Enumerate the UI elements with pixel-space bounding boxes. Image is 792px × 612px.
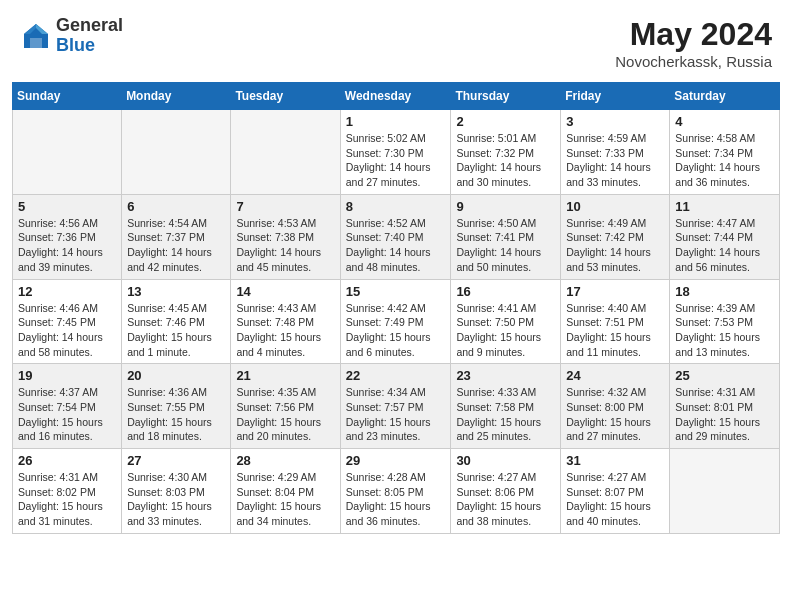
day-number: 18 xyxy=(675,284,774,299)
day-number: 24 xyxy=(566,368,664,383)
logo-general-text: General xyxy=(56,16,123,36)
day-info: Sunrise: 4:32 AM Sunset: 8:00 PM Dayligh… xyxy=(566,385,664,444)
day-info: Sunrise: 4:56 AM Sunset: 7:36 PM Dayligh… xyxy=(18,216,116,275)
day-number: 31 xyxy=(566,453,664,468)
day-of-week-header: Thursday xyxy=(451,83,561,110)
day-of-week-header: Friday xyxy=(561,83,670,110)
day-info: Sunrise: 4:59 AM Sunset: 7:33 PM Dayligh… xyxy=(566,131,664,190)
day-number: 30 xyxy=(456,453,555,468)
day-info: Sunrise: 4:52 AM Sunset: 7:40 PM Dayligh… xyxy=(346,216,446,275)
calendar-cell: 21Sunrise: 4:35 AM Sunset: 7:56 PM Dayli… xyxy=(231,364,340,449)
day-info: Sunrise: 4:28 AM Sunset: 8:05 PM Dayligh… xyxy=(346,470,446,529)
calendar-cell: 24Sunrise: 4:32 AM Sunset: 8:00 PM Dayli… xyxy=(561,364,670,449)
header: General Blue May 2024 Novocherkassk, Rus… xyxy=(0,0,792,78)
day-number: 28 xyxy=(236,453,334,468)
day-number: 25 xyxy=(675,368,774,383)
day-number: 11 xyxy=(675,199,774,214)
title-block: May 2024 Novocherkassk, Russia xyxy=(615,16,772,70)
day-number: 12 xyxy=(18,284,116,299)
calendar-cell: 20Sunrise: 4:36 AM Sunset: 7:55 PM Dayli… xyxy=(122,364,231,449)
day-number: 4 xyxy=(675,114,774,129)
day-number: 7 xyxy=(236,199,334,214)
calendar-cell xyxy=(13,110,122,195)
logo-icon xyxy=(20,20,52,52)
logo: General Blue xyxy=(20,16,123,56)
calendar-table: SundayMondayTuesdayWednesdayThursdayFrid… xyxy=(12,82,780,534)
calendar-cell: 2Sunrise: 5:01 AM Sunset: 7:32 PM Daylig… xyxy=(451,110,561,195)
day-info: Sunrise: 4:33 AM Sunset: 7:58 PM Dayligh… xyxy=(456,385,555,444)
day-number: 29 xyxy=(346,453,446,468)
day-of-week-header: Wednesday xyxy=(340,83,451,110)
day-info: Sunrise: 4:35 AM Sunset: 7:56 PM Dayligh… xyxy=(236,385,334,444)
day-info: Sunrise: 4:27 AM Sunset: 8:06 PM Dayligh… xyxy=(456,470,555,529)
calendar-cell: 12Sunrise: 4:46 AM Sunset: 7:45 PM Dayli… xyxy=(13,279,122,364)
calendar-cell xyxy=(231,110,340,195)
page: General Blue May 2024 Novocherkassk, Rus… xyxy=(0,0,792,612)
calendar-cell: 30Sunrise: 4:27 AM Sunset: 8:06 PM Dayli… xyxy=(451,449,561,534)
calendar-cell: 6Sunrise: 4:54 AM Sunset: 7:37 PM Daylig… xyxy=(122,194,231,279)
day-number: 10 xyxy=(566,199,664,214)
day-number: 20 xyxy=(127,368,225,383)
calendar-cell: 31Sunrise: 4:27 AM Sunset: 8:07 PM Dayli… xyxy=(561,449,670,534)
day-info: Sunrise: 4:43 AM Sunset: 7:48 PM Dayligh… xyxy=(236,301,334,360)
logo-blue-text: Blue xyxy=(56,36,123,56)
calendar-cell: 18Sunrise: 4:39 AM Sunset: 7:53 PM Dayli… xyxy=(670,279,780,364)
day-of-week-header: Monday xyxy=(122,83,231,110)
calendar-body: 1Sunrise: 5:02 AM Sunset: 7:30 PM Daylig… xyxy=(13,110,780,534)
day-number: 5 xyxy=(18,199,116,214)
calendar-cell: 25Sunrise: 4:31 AM Sunset: 8:01 PM Dayli… xyxy=(670,364,780,449)
day-info: Sunrise: 4:42 AM Sunset: 7:49 PM Dayligh… xyxy=(346,301,446,360)
day-number: 17 xyxy=(566,284,664,299)
day-of-week-header: Sunday xyxy=(13,83,122,110)
day-number: 1 xyxy=(346,114,446,129)
day-info: Sunrise: 4:37 AM Sunset: 7:54 PM Dayligh… xyxy=(18,385,116,444)
calendar-cell: 16Sunrise: 4:41 AM Sunset: 7:50 PM Dayli… xyxy=(451,279,561,364)
day-info: Sunrise: 4:47 AM Sunset: 7:44 PM Dayligh… xyxy=(675,216,774,275)
day-info: Sunrise: 4:49 AM Sunset: 7:42 PM Dayligh… xyxy=(566,216,664,275)
day-number: 2 xyxy=(456,114,555,129)
day-info: Sunrise: 4:31 AM Sunset: 8:02 PM Dayligh… xyxy=(18,470,116,529)
calendar-cell: 22Sunrise: 4:34 AM Sunset: 7:57 PM Dayli… xyxy=(340,364,451,449)
day-info: Sunrise: 4:29 AM Sunset: 8:04 PM Dayligh… xyxy=(236,470,334,529)
calendar-week-row: 26Sunrise: 4:31 AM Sunset: 8:02 PM Dayli… xyxy=(13,449,780,534)
day-info: Sunrise: 4:46 AM Sunset: 7:45 PM Dayligh… xyxy=(18,301,116,360)
calendar-cell xyxy=(122,110,231,195)
day-number: 8 xyxy=(346,199,446,214)
calendar-cell: 9Sunrise: 4:50 AM Sunset: 7:41 PM Daylig… xyxy=(451,194,561,279)
day-info: Sunrise: 4:41 AM Sunset: 7:50 PM Dayligh… xyxy=(456,301,555,360)
day-number: 22 xyxy=(346,368,446,383)
day-number: 14 xyxy=(236,284,334,299)
calendar-cell: 1Sunrise: 5:02 AM Sunset: 7:30 PM Daylig… xyxy=(340,110,451,195)
calendar-week-row: 12Sunrise: 4:46 AM Sunset: 7:45 PM Dayli… xyxy=(13,279,780,364)
svg-rect-3 xyxy=(30,38,42,48)
calendar-cell: 26Sunrise: 4:31 AM Sunset: 8:02 PM Dayli… xyxy=(13,449,122,534)
calendar-cell: 3Sunrise: 4:59 AM Sunset: 7:33 PM Daylig… xyxy=(561,110,670,195)
calendar-cell: 28Sunrise: 4:29 AM Sunset: 8:04 PM Dayli… xyxy=(231,449,340,534)
day-number: 3 xyxy=(566,114,664,129)
day-info: Sunrise: 4:50 AM Sunset: 7:41 PM Dayligh… xyxy=(456,216,555,275)
calendar-header: SundayMondayTuesdayWednesdayThursdayFrid… xyxy=(13,83,780,110)
day-info: Sunrise: 4:58 AM Sunset: 7:34 PM Dayligh… xyxy=(675,131,774,190)
calendar-cell: 5Sunrise: 4:56 AM Sunset: 7:36 PM Daylig… xyxy=(13,194,122,279)
day-number: 21 xyxy=(236,368,334,383)
calendar-cell: 4Sunrise: 4:58 AM Sunset: 7:34 PM Daylig… xyxy=(670,110,780,195)
day-info: Sunrise: 5:02 AM Sunset: 7:30 PM Dayligh… xyxy=(346,131,446,190)
day-info: Sunrise: 4:27 AM Sunset: 8:07 PM Dayligh… xyxy=(566,470,664,529)
day-number: 9 xyxy=(456,199,555,214)
day-info: Sunrise: 4:54 AM Sunset: 7:37 PM Dayligh… xyxy=(127,216,225,275)
calendar-cell: 27Sunrise: 4:30 AM Sunset: 8:03 PM Dayli… xyxy=(122,449,231,534)
day-info: Sunrise: 4:45 AM Sunset: 7:46 PM Dayligh… xyxy=(127,301,225,360)
calendar-cell: 7Sunrise: 4:53 AM Sunset: 7:38 PM Daylig… xyxy=(231,194,340,279)
day-number: 6 xyxy=(127,199,225,214)
day-number: 27 xyxy=(127,453,225,468)
calendar-cell: 23Sunrise: 4:33 AM Sunset: 7:58 PM Dayli… xyxy=(451,364,561,449)
day-info: Sunrise: 4:39 AM Sunset: 7:53 PM Dayligh… xyxy=(675,301,774,360)
day-of-week-header: Saturday xyxy=(670,83,780,110)
calendar-cell: 15Sunrise: 4:42 AM Sunset: 7:49 PM Dayli… xyxy=(340,279,451,364)
calendar-week-row: 1Sunrise: 5:02 AM Sunset: 7:30 PM Daylig… xyxy=(13,110,780,195)
calendar-cell: 10Sunrise: 4:49 AM Sunset: 7:42 PM Dayli… xyxy=(561,194,670,279)
calendar-cell: 13Sunrise: 4:45 AM Sunset: 7:46 PM Dayli… xyxy=(122,279,231,364)
day-info: Sunrise: 4:31 AM Sunset: 8:01 PM Dayligh… xyxy=(675,385,774,444)
logo-text: General Blue xyxy=(56,16,123,56)
location: Novocherkassk, Russia xyxy=(615,53,772,70)
